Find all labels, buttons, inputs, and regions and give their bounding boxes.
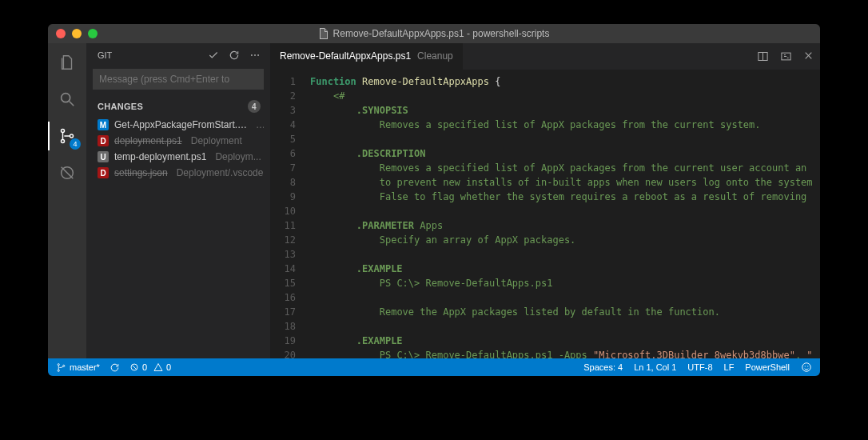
branch-name: master*	[70, 362, 100, 372]
svg-point-21	[805, 366, 806, 366]
code-editor[interactable]: 1234567891011121314151617181920 Function…	[270, 70, 820, 358]
source-control-icon[interactable]: 4	[56, 125, 78, 147]
debug-icon[interactable]	[56, 162, 78, 184]
search-icon[interactable]	[56, 88, 78, 110]
status-chip: D	[98, 135, 109, 146]
svg-point-16	[58, 370, 59, 371]
editor-area: Remove-DefaultAppxApps.ps1 Cleanup 1	[270, 43, 820, 358]
code-content: Function Remove-DefaultAppxApps { <# .SY…	[304, 70, 820, 358]
branch-indicator[interactable]: master*	[56, 362, 100, 373]
change-row[interactable]: Dsettings.jsonDeployment/.vscode	[86, 165, 270, 181]
explorer-icon[interactable]	[56, 51, 78, 74]
svg-point-3	[61, 139, 64, 142]
title-sep: -	[464, 28, 473, 39]
scm-badge: 4	[70, 138, 81, 150]
change-path-hint: Deployment/.vscode	[177, 167, 264, 178]
svg-point-9	[257, 54, 259, 56]
change-path-hint: Deploym...	[215, 151, 261, 162]
window: Remove-DefaultAppxApps.ps1 - powershell-…	[48, 24, 820, 376]
tab-bar: Remove-DefaultAppxApps.ps1 Cleanup	[270, 43, 820, 70]
tab-active[interactable]: Remove-DefaultAppxApps.ps1 Cleanup	[270, 43, 464, 70]
status-chip: U	[98, 151, 109, 162]
problems-indicator[interactable]: 0 0	[129, 362, 171, 372]
change-row[interactable]: Utemp-deployment.ps1Deploym...	[86, 149, 270, 165]
svg-point-8	[254, 54, 256, 56]
status-chip: M	[98, 119, 109, 130]
title-file: Remove-DefaultAppxApps.ps1	[333, 28, 464, 39]
changes-list: MGet-AppxPackageFromStart.ps1...Ddeploym…	[86, 115, 270, 181]
traffic-lights	[48, 29, 98, 38]
tab-folder-hint: Cleanup	[417, 50, 453, 62]
change-filename: Get-AppxPackageFromStart.ps1	[114, 119, 247, 130]
indent-indicator[interactable]: Spaces: 4	[583, 362, 623, 372]
titlebar: Remove-DefaultAppxApps.ps1 - powershell-…	[48, 24, 820, 43]
activity-bar: 4	[48, 43, 86, 358]
cursor-position[interactable]: Ln 1, Col 1	[634, 362, 676, 372]
changes-count-badge: 4	[248, 100, 261, 113]
open-changes-icon[interactable]	[780, 50, 792, 62]
change-row[interactable]: Ddeployment.ps1Deployment	[86, 133, 270, 149]
changes-header[interactable]: CHANGES 4	[86, 98, 270, 115]
svg-point-20	[802, 363, 811, 372]
svg-line-19	[132, 366, 136, 370]
maximize-window-button[interactable]	[88, 29, 98, 38]
feedback-icon[interactable]	[801, 362, 812, 373]
svg-line-1	[70, 102, 74, 106]
warning-count: 0	[166, 362, 171, 372]
close-tab-icon[interactable]	[803, 50, 814, 62]
window-title: Remove-DefaultAppxApps.ps1 - powershell-…	[48, 28, 820, 39]
svg-point-4	[70, 134, 73, 138]
changes-label: CHANGES	[98, 102, 143, 111]
change-row[interactable]: MGet-AppxPackageFromStart.ps1...	[86, 117, 270, 133]
svg-point-22	[807, 366, 808, 366]
minimize-window-button[interactable]	[72, 29, 82, 38]
commit-message-input[interactable]	[93, 69, 264, 90]
svg-point-15	[58, 363, 59, 365]
line-number-gutter: 1234567891011121314151617181920	[270, 70, 304, 358]
eol-indicator[interactable]: LF	[724, 362, 735, 372]
file-icon	[319, 28, 328, 39]
change-filename: temp-deployment.ps1	[114, 151, 206, 162]
scm-panel: GIT CHANGES 4 MGet-AppxPack	[86, 43, 270, 358]
commit-icon[interactable]	[208, 50, 219, 61]
svg-point-2	[61, 130, 64, 133]
error-count: 0	[142, 362, 147, 372]
change-path-hint: Deployment	[191, 135, 242, 146]
change-filename: deployment.ps1	[114, 135, 182, 146]
title-project: powershell-scripts	[472, 28, 549, 39]
scm-title: GIT	[98, 50, 112, 60]
more-icon[interactable]	[249, 50, 261, 61]
refresh-icon[interactable]	[229, 50, 240, 61]
close-window-button[interactable]	[56, 29, 66, 38]
svg-point-0	[62, 94, 70, 102]
split-editor-icon[interactable]	[757, 50, 769, 62]
status-chip: D	[98, 167, 109, 178]
language-indicator[interactable]: PowerShell	[745, 362, 790, 372]
sync-icon[interactable]	[109, 362, 120, 373]
encoding-indicator[interactable]: UTF-8	[687, 362, 712, 372]
scm-header: GIT	[86, 43, 270, 66]
editor-actions	[757, 50, 814, 62]
status-bar: master* 0 0 Spaces: 4 Ln 1, Col 1 UTF-8 …	[48, 358, 820, 376]
change-filename: settings.json	[114, 167, 168, 178]
tab-filename: Remove-DefaultAppxApps.ps1	[280, 50, 411, 62]
change-path-hint: ...	[256, 119, 264, 130]
svg-point-7	[251, 54, 253, 56]
